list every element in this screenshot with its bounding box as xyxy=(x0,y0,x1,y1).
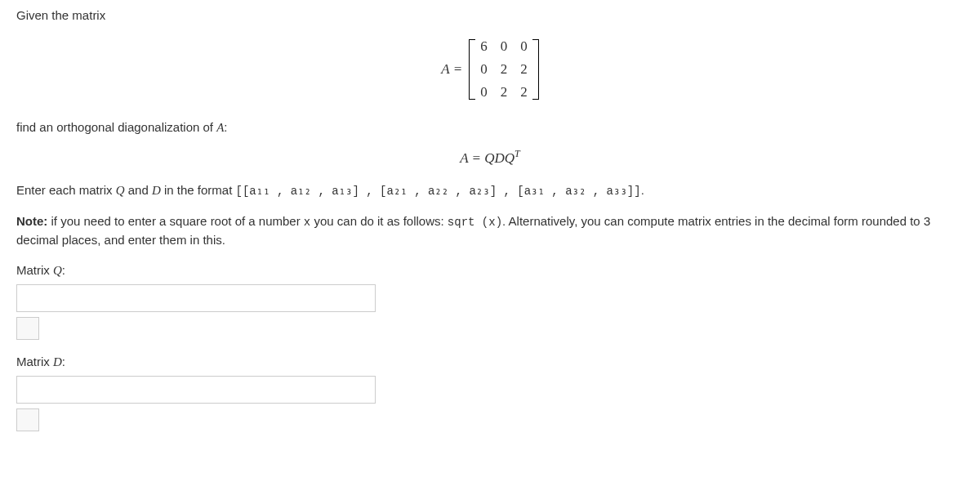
matrix-body: 6 0 0 0 2 2 0 2 2 xyxy=(475,35,532,104)
matrix-d-label: Matrix D: xyxy=(16,355,964,369)
note-label: Note: xyxy=(16,214,47,228)
format-string: [[a₁₁ , a₁₂ , a₁₃] , [a₂₁ , a₂₂ , a₂₃] ,… xyxy=(236,185,641,198)
problem-content: Given the matrix A = 6 0 0 0 2 2 0 2 2 xyxy=(0,0,980,462)
matrix-label: A = xyxy=(441,61,462,78)
matrix-d-submit-button[interactable] xyxy=(16,408,39,431)
matrix-q-submit-button[interactable] xyxy=(16,317,39,340)
matrix-q-input[interactable] xyxy=(16,284,376,312)
matrix-display: A = 6 0 0 0 2 2 0 2 2 xyxy=(16,35,964,104)
find-text: find an orthogonal diagonalization of A: xyxy=(16,118,964,136)
matrix-brackets: 6 0 0 0 2 2 0 2 2 xyxy=(469,35,539,104)
enter-instructions: Enter each matrix Q and D in the format … xyxy=(16,181,964,200)
diagonalization-equation: A = QDQT xyxy=(16,148,964,167)
note-block: Note: if you need to enter a square root… xyxy=(16,212,964,248)
matrix-q-label: Matrix Q: xyxy=(16,263,964,278)
sqrt-example: sqrt (x) xyxy=(448,216,502,229)
intro-text: Given the matrix xyxy=(16,7,964,24)
matrix-d-input[interactable] xyxy=(16,376,376,404)
